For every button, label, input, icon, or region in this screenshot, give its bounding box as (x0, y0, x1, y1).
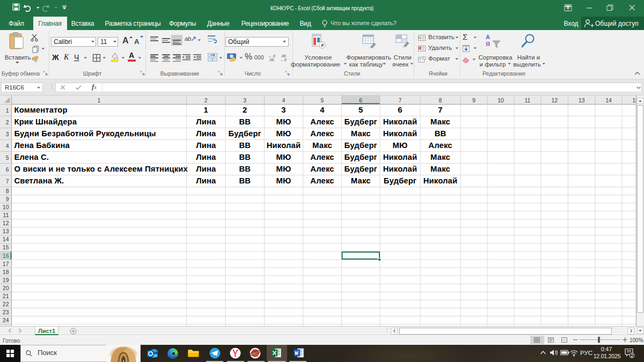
svg-text:МЮ: МЮ (276, 117, 291, 126)
svg-text:16: 16 (3, 253, 9, 259)
svg-text:Будберг: Будберг (384, 176, 416, 185)
svg-text:Николай: Николай (383, 117, 417, 126)
svg-text:Лина: Лина (196, 153, 216, 161)
svg-text:МЮ: МЮ (276, 176, 291, 185)
svg-text:4: 4 (6, 143, 9, 149)
svg-text:10: 10 (497, 97, 504, 104)
svg-text:13: 13 (579, 97, 585, 104)
svg-text:ВВ: ВВ (239, 176, 251, 185)
svg-text:Лина: Лина (196, 117, 216, 126)
svg-text:Лена Бабкина: Лена Бабкина (14, 141, 70, 150)
svg-text:9: 9 (6, 196, 9, 202)
svg-text:Будберг: Будберг (345, 117, 377, 126)
svg-text:7: 7 (6, 178, 9, 184)
svg-text:2: 2 (204, 97, 208, 104)
svg-text:ВВ: ВВ (239, 165, 251, 173)
svg-text:3: 3 (243, 97, 246, 104)
svg-text:14: 14 (3, 236, 9, 242)
svg-text:Алекс: Алекс (310, 176, 334, 185)
svg-text:Алекс: Алекс (310, 117, 334, 126)
svg-text:.00: .00 (281, 54, 286, 58)
svg-text:ВВ: ВВ (239, 117, 251, 126)
svg-text:О виски и не только с Алексеем: О виски и не только с Алексеем Пятницких (14, 165, 188, 173)
svg-text:8: 8 (439, 97, 442, 104)
svg-text:МЮ: МЮ (276, 153, 291, 161)
svg-text:Алекс: Алекс (310, 153, 334, 161)
svg-text:3: 3 (281, 106, 286, 114)
svg-text:Лина: Лина (196, 176, 216, 185)
svg-text:Будберг: Будберг (345, 153, 377, 161)
svg-text:Николай: Николай (383, 165, 417, 173)
svg-text:17: 17 (3, 261, 9, 267)
svg-text:Макс: Макс (430, 153, 450, 161)
svg-text:МЮ: МЮ (393, 141, 408, 150)
svg-text:≠: ≠ (321, 42, 324, 48)
svg-text:11: 11 (525, 97, 531, 104)
svg-text:→.0: →.0 (280, 58, 287, 62)
svg-text:Макс: Макс (351, 129, 371, 138)
svg-text:Будберг: Будберг (229, 129, 261, 138)
svg-text:Макс: Макс (430, 117, 450, 126)
svg-text:4: 4 (282, 97, 286, 104)
svg-text:МЮ: МЮ (276, 165, 291, 173)
svg-text:Будберг: Будберг (345, 165, 377, 173)
svg-text:6: 6 (6, 166, 9, 173)
svg-text:6: 6 (359, 97, 362, 104)
svg-text:Алекс: Алекс (310, 165, 334, 173)
svg-text:19: 19 (3, 277, 9, 283)
svg-text:22: 22 (3, 301, 9, 307)
svg-text:1: 1 (204, 106, 208, 114)
svg-text:Алекс: Алекс (428, 141, 452, 150)
svg-text:12: 12 (3, 220, 9, 226)
svg-text:8: 8 (6, 188, 9, 194)
svg-text:2: 2 (6, 119, 9, 125)
svg-text:Николай: Николай (383, 153, 417, 161)
svg-text:10: 10 (3, 204, 9, 210)
svg-text:14: 14 (605, 97, 612, 104)
svg-text:2: 2 (631, 353, 633, 358)
svg-text:20: 20 (3, 285, 9, 291)
svg-text:Лина: Лина (196, 129, 216, 138)
svg-text:12: 12 (551, 97, 558, 104)
svg-text:А: А (486, 34, 490, 40)
svg-text:ВВ: ВВ (239, 153, 251, 161)
svg-text:13: 13 (3, 228, 9, 234)
svg-text:9: 9 (472, 97, 475, 104)
svg-text:Лина: Лина (196, 141, 216, 150)
svg-text:5: 5 (321, 97, 324, 104)
svg-text:1: 1 (98, 97, 101, 104)
svg-text:3: 3 (6, 131, 9, 137)
svg-text:.00: .00 (269, 58, 274, 62)
svg-text:ВВ: ВВ (239, 141, 251, 150)
svg-text:23: 23 (3, 309, 9, 315)
svg-text:Макс: Макс (430, 165, 450, 173)
svg-text:4: 4 (320, 106, 325, 114)
svg-text:Елена С.: Елена С. (14, 153, 49, 161)
svg-text:Комментатор: Комментатор (14, 106, 68, 114)
svg-text:ВВ: ВВ (435, 129, 447, 138)
svg-text:Николай: Николай (423, 176, 457, 185)
svg-text:1: 1 (6, 107, 9, 114)
svg-text:5: 5 (6, 154, 9, 161)
svg-text:МЮ: МЮ (276, 129, 291, 138)
svg-text:Николай: Николай (383, 129, 417, 138)
svg-text:Николай: Николай (267, 141, 301, 150)
svg-text:Макс: Макс (351, 176, 371, 185)
svg-text:7: 7 (399, 97, 402, 104)
svg-text:Будни Безработной Рукодельницы: Будни Безработной Рукодельницы (14, 129, 156, 138)
svg-text:Лина: Лина (196, 165, 216, 173)
svg-text:7: 7 (438, 106, 442, 114)
svg-text:Алекс: Алекс (310, 129, 334, 138)
svg-text:11: 11 (3, 212, 9, 218)
svg-text:2: 2 (243, 106, 247, 114)
svg-text:18: 18 (3, 269, 9, 275)
svg-text:Макс: Макс (312, 141, 332, 150)
svg-text:24: 24 (3, 317, 9, 323)
svg-text:Я: Я (486, 41, 490, 47)
svg-text:21: 21 (3, 293, 9, 299)
svg-text:←.0: ←.0 (268, 54, 275, 58)
svg-text:6: 6 (398, 106, 402, 114)
svg-text:Светлана Ж.: Светлана Ж. (14, 176, 64, 185)
svg-text:15: 15 (3, 244, 9, 250)
svg-text:Будберг: Будберг (345, 141, 377, 150)
